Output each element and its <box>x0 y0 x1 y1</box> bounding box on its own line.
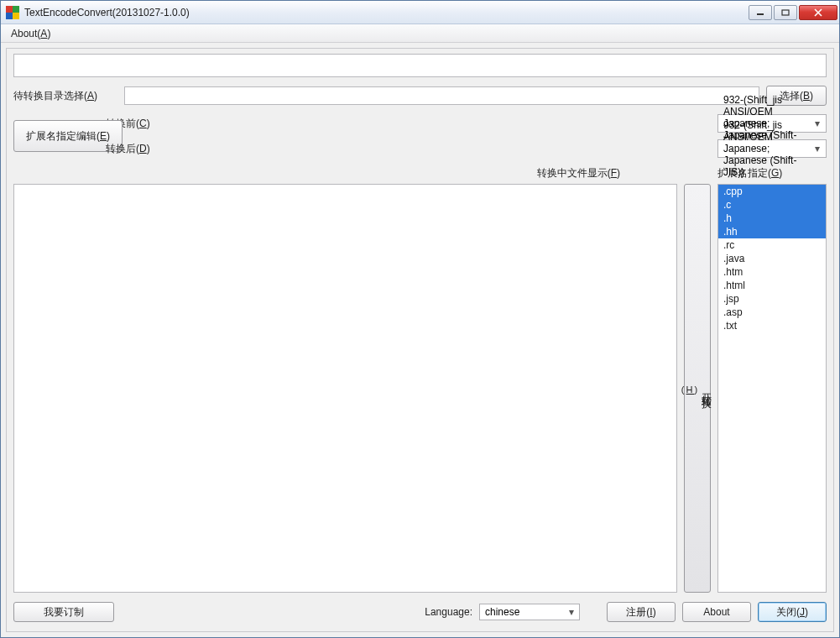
client-area: 待转换目录选择(A) 选择(B) 转换前(C) 932-(Shift_jis A… <box>6 48 834 632</box>
maximize-icon <box>781 9 790 16</box>
app-window: TextEncodeConvert(20131027-1.0.0) About(… <box>0 0 840 638</box>
maximize-button[interactable] <box>774 5 797 20</box>
svg-rect-3 <box>13 13 19 19</box>
chevron-down-icon: ▾ <box>811 117 824 130</box>
close-app-button[interactable]: 关闭(J) <box>758 602 827 622</box>
language-value: chinese <box>485 606 519 618</box>
after-combo[interactable]: 932-(Shift_jis ANSI/OEM Japanese; Japane… <box>717 139 827 158</box>
svg-rect-1 <box>13 6 19 13</box>
minimize-icon <box>756 9 764 16</box>
chevron-down-icon: ▾ <box>811 142 824 155</box>
menu-about[interactable]: About(A) <box>4 26 57 41</box>
after-label: 转换后(D) <box>106 142 709 156</box>
svg-rect-0 <box>6 6 13 13</box>
after-combo-value: 932-(Shift_jis ANSI/OEM Japanese; Japane… <box>723 119 809 178</box>
main-area: 开始转换 (H) .cpp.c.h.hh.rc.java.htm.html.js… <box>13 184 827 593</box>
titlebar[interactable]: TextEncodeConvert(20131027-1.0.0) <box>1 1 839 24</box>
mid-labels: 转换中文件显示(F) 扩展名指定(G) <box>13 166 827 180</box>
svg-rect-5 <box>782 10 789 15</box>
ext-item[interactable]: .hh <box>718 225 826 238</box>
file-list[interactable] <box>13 184 677 593</box>
window-title: TextEncodeConvert(20131027-1.0.0) <box>24 7 747 18</box>
menubar: About(A) <box>1 24 839 43</box>
subscribe-button[interactable]: 我要订制 <box>13 602 114 622</box>
dir-label: 待转换目录选择(A) <box>13 89 124 103</box>
about-button[interactable]: About <box>682 602 751 622</box>
ext-item[interactable]: .jsp <box>718 292 826 306</box>
ext-item[interactable]: .txt <box>718 319 826 332</box>
ext-item[interactable]: .cpp <box>718 185 826 198</box>
status-box <box>13 54 827 77</box>
converting-files-label: 转换中文件显示(F) <box>537 166 620 180</box>
close-icon <box>813 8 823 17</box>
minimize-button[interactable] <box>749 5 772 20</box>
svg-rect-4 <box>757 13 764 15</box>
ext-item[interactable]: .html <box>718 279 826 292</box>
register-button[interactable]: 注册(I) <box>607 602 676 622</box>
ext-item[interactable]: .java <box>718 252 826 265</box>
dir-input[interactable] <box>124 86 759 105</box>
close-button[interactable] <box>799 5 837 20</box>
app-icon <box>6 6 19 19</box>
footer: 我要订制 Language: chinese ▾ 注册(I) About 关闭(… <box>13 599 827 625</box>
chevron-down-icon: ▾ <box>566 605 577 619</box>
start-convert-button[interactable]: 开始转换 (H) <box>684 184 711 593</box>
language-combo[interactable]: chinese ▾ <box>479 604 580 620</box>
window-buttons <box>747 5 837 20</box>
ext-list[interactable]: .cpp.c.h.hh.rc.java.htm.html.jsp.asp.txt <box>717 184 827 593</box>
before-label: 转换前(C) <box>106 117 709 131</box>
row-directory: 待转换目录选择(A) 选择(B) <box>13 86 827 106</box>
ext-item[interactable]: .asp <box>718 306 826 319</box>
svg-rect-2 <box>6 13 13 19</box>
language-label: Language: <box>425 606 472 618</box>
ext-item[interactable]: .rc <box>718 238 826 252</box>
ext-item[interactable]: .htm <box>718 265 826 279</box>
ext-item[interactable]: .c <box>718 198 826 212</box>
encoding-grid: 转换前(C) 932-(Shift_jis ANSI/OEM Japanese;… <box>13 114 827 158</box>
ext-item[interactable]: .h <box>718 212 826 225</box>
